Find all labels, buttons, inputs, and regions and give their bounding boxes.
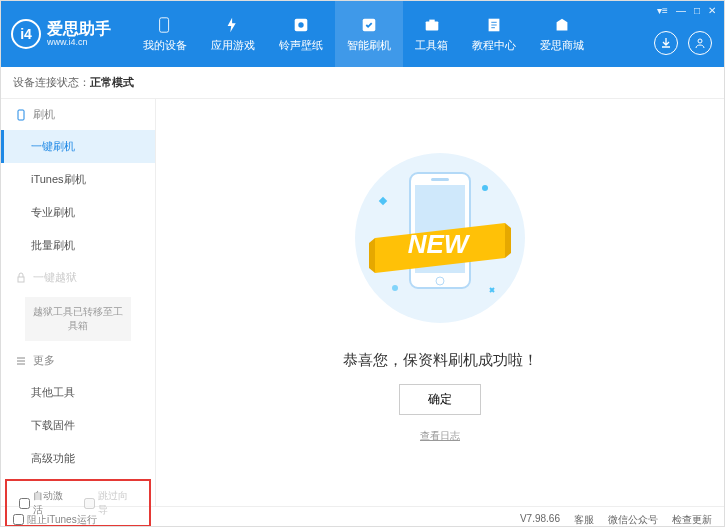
svg-rect-4 xyxy=(425,21,438,30)
sidebar-section-jailbreak: 一键越狱 xyxy=(1,262,155,293)
sidebar-flash-1[interactable]: iTunes刷机 xyxy=(1,163,155,196)
version-label: V7.98.66 xyxy=(520,513,560,527)
status-prefix: 设备连接状态： xyxy=(13,76,90,88)
svg-point-7 xyxy=(698,39,702,43)
svg-rect-0 xyxy=(160,18,169,32)
view-log-link[interactable]: 查看日志 xyxy=(420,429,460,443)
nav-4[interactable]: 工具箱 xyxy=(403,1,460,67)
lock-icon xyxy=(15,272,27,284)
sidebar-section-flash[interactable]: 刷机 xyxy=(1,99,155,130)
sidebar-flash-2[interactable]: 专业刷机 xyxy=(1,196,155,229)
svg-point-16 xyxy=(482,185,488,191)
menu-icon[interactable]: ▾≡ xyxy=(657,5,668,16)
footer-link-support[interactable]: 客服 xyxy=(574,513,594,527)
sidebar-more-1[interactable]: 下载固件 xyxy=(1,409,155,442)
svg-point-2 xyxy=(298,22,303,27)
sidebar-section-more[interactable]: 更多 xyxy=(1,345,155,376)
nav-2[interactable]: 铃声壁纸 xyxy=(267,1,335,67)
nav-icon-3 xyxy=(359,15,379,35)
logo-icon: i4 xyxy=(11,19,41,49)
success-message: 恭喜您，保资料刷机成功啦！ xyxy=(343,351,538,370)
svg-rect-9 xyxy=(18,277,24,282)
status-mode: 正常模式 xyxy=(90,76,134,88)
minimize-icon[interactable]: — xyxy=(676,5,686,16)
nav-icon-1 xyxy=(223,15,243,35)
maximize-icon[interactable]: □ xyxy=(694,5,700,16)
download-icon[interactable] xyxy=(654,31,678,55)
nav-icon-5 xyxy=(484,15,504,35)
status-bar: 设备连接状态：正常模式 xyxy=(1,67,724,99)
nav-icon-4 xyxy=(422,15,442,35)
sidebar-flash-3[interactable]: 批量刷机 xyxy=(1,229,155,262)
nav-icon-2 xyxy=(291,15,311,35)
close-icon[interactable]: ✕ xyxy=(708,5,716,16)
success-illustration: NEW xyxy=(345,143,535,333)
jailbreak-note[interactable]: 越狱工具已转移至工具箱 xyxy=(25,297,131,341)
sidebar-more-0[interactable]: 其他工具 xyxy=(1,376,155,409)
footer-link-update[interactable]: 检查更新 xyxy=(672,513,712,527)
svg-rect-5 xyxy=(429,20,434,23)
phone-icon xyxy=(15,109,27,121)
app-title: 爱思助手 xyxy=(47,20,111,38)
nav-0[interactable]: 我的设备 xyxy=(131,1,199,67)
nav-5[interactable]: 教程中心 xyxy=(460,1,528,67)
sidebar-flash-0[interactable]: 一键刷机 xyxy=(1,130,155,163)
app-logo: i4 爱思助手 www.i4.cn xyxy=(11,19,111,49)
svg-text:NEW: NEW xyxy=(408,229,471,259)
svg-rect-14 xyxy=(431,178,449,181)
app-url: www.i4.cn xyxy=(47,38,111,48)
sidebar-more-2[interactable]: 高级功能 xyxy=(1,442,155,475)
block-itunes-checkbox[interactable]: 阻止iTunes运行 xyxy=(13,513,97,527)
nav-1[interactable]: 应用游戏 xyxy=(199,1,267,67)
menu-lines-icon xyxy=(15,355,27,367)
nav-3[interactable]: 智能刷机 xyxy=(335,1,403,67)
nav-icon-6 xyxy=(552,15,572,35)
user-icon[interactable] xyxy=(688,31,712,55)
svg-point-18 xyxy=(392,285,398,291)
footer-link-wechat[interactable]: 微信公众号 xyxy=(608,513,658,527)
svg-rect-8 xyxy=(18,110,24,120)
nav-icon-0 xyxy=(155,15,175,35)
nav-6[interactable]: 爱思商城 xyxy=(528,1,596,67)
ok-button[interactable]: 确定 xyxy=(399,384,481,415)
